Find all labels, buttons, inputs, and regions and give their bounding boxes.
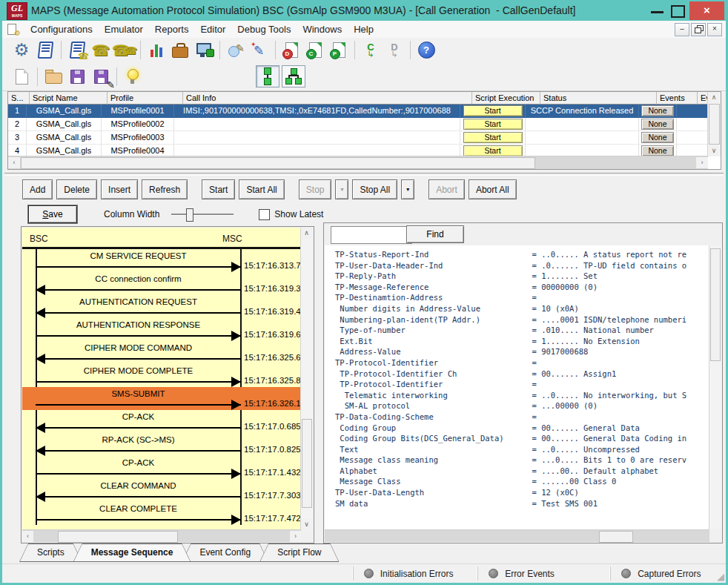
scroll-left-icon[interactable]: ‹ [8,157,20,168]
menu-item[interactable]: Windows [297,22,348,36]
statistics-button[interactable] [145,39,168,61]
table-vscrollbar[interactable]: ∧ ∨ [707,92,721,156]
col-header-call-info[interactable]: Call Info [183,92,472,105]
add-button[interactable]: Add [22,179,53,199]
wizard-button[interactable]: ✦✎ [248,39,271,61]
table-hscrollbar[interactable]: ‹ › [8,156,708,169]
call-pair-button[interactable]: ☎☎ [113,39,136,61]
command-sequence-c-button[interactable]: C↳ [359,39,383,61]
table-row[interactable]: 2 GSMA_Call.gls MSProfile0002 Start None [8,118,708,131]
slider-thumb[interactable] [186,208,193,222]
scroll-down-icon[interactable]: ∨ [708,145,720,156]
decode-text-area[interactable]: TP-Status-Report-Ind = ..0..... A status… [325,245,709,529]
start-script-button[interactable]: Start [463,132,523,143]
table-row[interactable]: 3 GSMA_Call.gls MSProfile0003 Start None [8,131,708,145]
doc-c-button[interactable]: C [303,39,327,61]
scroll-thumb[interactable] [58,531,178,543]
sequence-message[interactable]: CLEAR COMMAND 15:17:17.7.303 [22,479,301,502]
stop-dropdown-icon[interactable]: ▼ [335,179,348,199]
start-script-button[interactable]: Start [463,145,523,156]
sequence-message[interactable]: CC connection confirm 15:17:16.319.34 [22,272,301,295]
save-as-button[interactable]: ✎ [89,66,113,87]
bottom-tab[interactable]: Script Flow [259,543,339,562]
find-button[interactable]: Find [406,225,464,243]
scroll-left-icon[interactable]: ‹ [22,531,33,542]
abort-button[interactable]: Abort [428,179,465,199]
menu-item[interactable]: Configurations [24,22,99,36]
hint-button[interactable] [121,66,145,87]
sequence-message[interactable]: AUTHENTICATION REQUEST 15:17:16.319.48 [22,295,301,318]
mdi-minimize-icon[interactable]: – [675,23,689,36]
script-log-button[interactable] [168,39,192,61]
bottom-tab[interactable]: Event Config [182,543,268,562]
tree-view-toggle[interactable] [282,65,305,87]
scroll-thumb[interactable] [302,419,312,508]
stop-all-button[interactable]: Stop All [352,179,397,199]
sequence-vscrollbar[interactable]: ∧ ∨ [300,228,313,530]
scroll-right-icon[interactable]: › [696,157,708,168]
verify-script-button[interactable]: ✎ [224,39,248,61]
testbed-setup-button[interactable] [33,39,57,61]
profile-editor-button[interactable]: ☎ [65,39,89,61]
col-header-script-name[interactable]: Script Name [30,92,107,105]
menu-item[interactable]: Debug Tools [231,22,297,36]
find-input[interactable] [331,226,412,244]
resize-grip-icon[interactable]: ◢ [717,572,724,581]
start-button[interactable]: Start [202,179,235,199]
sequence-message[interactable]: CIPHER MODE COMMAND 15:17:16.325.64 [22,341,301,364]
sequence-message[interactable]: RP-ACK (SC->MS) 15:17:17.0.825 [22,433,301,456]
start-script-button[interactable]: Start [463,119,523,130]
menu-item[interactable]: Emulator [99,22,149,36]
mdi-close-icon[interactable]: × [707,23,722,36]
scroll-up-icon[interactable]: ∧ [301,228,312,239]
column-width-slider[interactable] [171,208,234,220]
menu-item[interactable]: Reports [149,22,195,36]
sequence-message[interactable]: CP-ACK 15:17:17.0.685 [22,410,301,433]
events-button[interactable]: None [641,145,674,156]
table-row[interactable]: 1 GSMA_Call.gls MSProfile0001 IMSI:,9017… [8,105,708,118]
refresh-button[interactable]: Refresh [142,179,188,199]
sequence-message[interactable]: CP-ACK 15:17:17.1.432 [22,456,301,479]
stop-all-dropdown-icon[interactable]: ▼ [401,179,414,199]
call-phone-button[interactable]: ☎ [89,39,113,61]
minimize-icon[interactable] [651,11,664,13]
scroll-right-icon[interactable]: › [290,531,301,542]
doc-p-button[interactable]: P [327,39,351,61]
new-button[interactable] [10,66,33,87]
show-latest-checkbox[interactable] [259,209,270,220]
delete-button[interactable]: Delete [56,179,97,199]
decode-hscrollbar[interactable] [325,529,709,542]
maximize-icon[interactable] [671,5,685,18]
decode-vscrollbar[interactable] [709,245,721,529]
scroll-down-icon[interactable]: ∨ [301,519,312,530]
open-button[interactable] [42,66,65,87]
save-button[interactable]: Save [28,205,77,223]
scroll-thumb[interactable] [710,248,721,361]
save-file-button[interactable] [65,66,89,87]
insert-button[interactable]: Insert [101,179,138,199]
sequence-message[interactable]: CIPHER MODE COMPLETE 15:17:16.325.80 [22,364,301,387]
help-button[interactable]: ? [414,39,438,61]
sequence-hscrollbar[interactable]: ‹ › [22,529,301,542]
col-header-s[interactable]: S... [8,92,30,105]
sequence-message[interactable]: SMS-SUBMIT 15:17:16.326.11 [22,387,301,410]
menu-item[interactable]: Help [348,22,380,36]
events-button[interactable]: None [641,132,674,143]
events-button[interactable]: None [641,119,674,130]
bottom-tab[interactable]: Message Sequence [73,543,191,562]
node-view-toggle[interactable] [256,65,279,87]
protocol-settings-button[interactable]: ⚙ [10,39,33,61]
mdi-restore-icon[interactable] [691,23,706,36]
sequence-message[interactable]: AUTHENTICATION RESPONSE 15:17:16.319.69 [22,318,301,341]
sequence-message[interactable]: CM SERVICE REQUEST 15:17:16.313.74 [22,249,301,272]
doc-d-button[interactable]: D [279,39,303,61]
menu-item[interactable]: Editor [194,22,231,36]
col-header-script-execution[interactable]: Script Execution [472,92,540,105]
scroll-thumb[interactable] [709,104,720,145]
scroll-up-icon[interactable]: ∧ [708,92,720,103]
stop-button[interactable]: Stop [299,179,332,199]
col-header-profile[interactable]: Profile [107,92,183,105]
remote-client-button[interactable] [192,39,216,61]
col-header-status[interactable]: Status [540,92,657,105]
scroll-thumb[interactable] [599,531,633,543]
